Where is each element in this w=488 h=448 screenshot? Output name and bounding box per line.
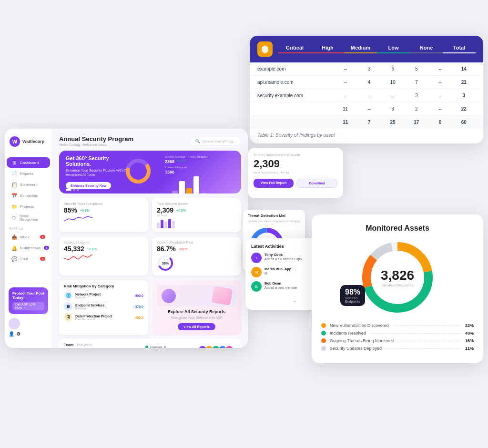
table-row-totals: 11 7 25 17 0 60 — [250, 116, 483, 129]
asset-name: api.example.com — [257, 80, 334, 85]
resolved-pct: 48% — [465, 331, 474, 336]
updates-pct: 11% — [465, 346, 474, 351]
sidebar-bottom: Protect Your Fool Today! Get ASP 10% Now… — [5, 283, 52, 340]
monitored-title: Monitored Assets — [321, 224, 474, 233]
main-content: Annual Security Program Hello Cuong, wel… — [52, 129, 248, 348]
tasks-value: 85% — [64, 206, 77, 214]
endpoint-category: Endpoint — [75, 307, 132, 310]
col-low: Low — [377, 45, 410, 53]
sidebar-item-threat-management[interactable]: 🛡 Threat Management — [7, 212, 50, 224]
severity-column-headers: Critical High Medium Low None Total — [278, 45, 476, 53]
user-avatar — [9, 318, 20, 329]
explore-subtitle: Strengthen Your Defense with ASP — [171, 316, 222, 319]
schedules-icon: 📅 — [11, 193, 17, 198]
explore-cta-button[interactable]: View All Reports — [178, 323, 215, 330]
page-title: Annual Security Program — [59, 135, 133, 143]
table-row: example.com -- 3 6 5 -- 14 — [250, 62, 483, 76]
threats-mitigated-value: 1368 — [165, 170, 236, 174]
sidebar-promo[interactable]: Protect Your Fool Today! Get ASP 10% Now… — [9, 287, 48, 314]
promo-cta[interactable]: Get ASP 10% Now → — [12, 302, 44, 310]
sidebar-section-label: Emails — [5, 224, 52, 231]
sidebar: W Wattlecorp ⊞ Dashboard 📄 Reports 📋 Sta… — [5, 129, 52, 348]
monitored-sub: Secured Endpoints — [381, 283, 414, 287]
hero-title: Get 360° Security Solutions. — [66, 155, 132, 167]
resolution-change: -0.8% — [179, 247, 187, 251]
incidents-sparkline — [64, 253, 92, 262]
sidebar-item-reports[interactable]: 📄 Reports — [7, 168, 50, 179]
threats-date: As of Jun 2024 at 11:44 PM — [254, 171, 337, 174]
endpoint-icon: 🖥 — [64, 302, 72, 311]
incidents-label: Incidents Logged — [64, 241, 143, 244]
legend-dash-line — [398, 341, 461, 341]
risk-item-endpoint: 🖥 Endpoint Services Endpoint 370.0 — [64, 302, 143, 311]
download-button[interactable]: Download — [296, 179, 337, 188]
badge-percentage: 98% — [345, 288, 360, 296]
col-total: Total — [443, 45, 476, 53]
severity-table-body: example.com -- 3 6 5 -- 14 api.example.c… — [250, 62, 483, 129]
network-category: Network — [75, 296, 132, 299]
sidebar-item-label: Inbox — [20, 235, 30, 239]
sidebar-item-inbox[interactable]: 📥 Inbox 2 — [7, 232, 50, 242]
sidebar-item-label: Dashboard — [20, 161, 39, 165]
sidebar-nav: ⊞ Dashboard 📄 Reports 📋 Statement 📅 Sche… — [5, 153, 52, 283]
resolution-gauge: 56% — [157, 255, 174, 272]
stat-tasks: Security Tasks Completed 85% +0.8% — [59, 198, 148, 232]
monitored-assets-card: Monitored Assets 3,826 Secured Endpoints… — [312, 214, 483, 363]
sidebar-item-notifications[interactable]: 🔔 Notifications 3 — [7, 243, 50, 253]
settings-icon[interactable]: ⚙ — [16, 331, 20, 336]
dashboard-card: W Wattlecorp ⊞ Dashboard 📄 Reports 📋 Sta… — [5, 129, 248, 348]
severity-table-header: Critical High Medium Low None Total — [250, 36, 483, 62]
table-row: api.example.com -- 4 10 7 -- 21 — [250, 76, 483, 89]
sidebar-item-chat[interactable]: 💬 Chat 4 — [7, 254, 50, 264]
weekly-bar-chart — [165, 176, 236, 193]
table-caption: Table 1: Severity of findings by asset — [250, 129, 483, 143]
weekly-change: +27% — [176, 159, 185, 164]
data-name: Data Protection Project — [75, 315, 132, 318]
threats-value: 2,309 — [254, 158, 337, 170]
hero-cta-button[interactable]: Enhance Security Now — [66, 182, 111, 189]
sidebar-item-projects[interactable]: 📁 Projects — [7, 201, 50, 212]
asset-name: security.example.com — [257, 93, 334, 98]
activity-name: Bob Dean — [264, 281, 297, 285]
threats-label: Threats Neutralized This Month — [254, 153, 337, 157]
risk-card: Risk Mitigation by Category 🌐 Network Pr… — [59, 280, 148, 335]
incidents-value: 45,332 — [64, 245, 84, 253]
table-row: 11 -- 9 2 -- 22 — [250, 102, 483, 116]
ongoing-label: Ongoing Threats Being Monitored — [330, 338, 394, 343]
legend-item-ongoing: Ongoing Threats Being Monitored 16% — [321, 338, 474, 343]
sidebar-item-schedules[interactable]: 📅 Schedules — [7, 190, 50, 201]
monitored-total: 3,826 — [381, 268, 414, 283]
search-box[interactable]: 🔍 Search everything... — [190, 137, 241, 146]
network-icon: 🌐 — [64, 291, 72, 300]
vulnerabilities-label: New Vulnerabilities Discovered — [330, 323, 389, 328]
updates-label: Security Updates Deployed — [330, 346, 382, 351]
secured-value: 2,309 — [157, 206, 173, 214]
inbox-badge: 2 — [40, 235, 45, 239]
explore-title: Explore All Security Reports — [168, 309, 225, 314]
promo-title: Protect Your Fool Today! — [12, 291, 44, 300]
badge-label: SecuredEndpoints — [345, 296, 360, 303]
legend-dash-line — [393, 326, 461, 326]
gauge-value: 56% — [162, 262, 169, 265]
team-avatars: +8 — [198, 344, 236, 348]
resolved-dot — [321, 331, 326, 336]
activity-name: Tony Cook — [264, 253, 305, 257]
resolved-label: Incidents Resolved — [330, 331, 366, 336]
risk-item-data: 🗄 Data Protection Project Data Protectio… — [64, 313, 143, 322]
add-user-icon[interactable]: 👤 — [9, 331, 14, 336]
chat-icon: 💬 — [11, 256, 17, 262]
resolution-value: 86.7% — [157, 245, 176, 253]
stat-secured: Total Secured Assets 2,309 +0.8% 52 Test… — [152, 198, 241, 232]
vulnerabilities-dot — [321, 323, 326, 328]
sidebar-item-dashboard[interactable]: ⊞ Dashboard — [7, 157, 50, 168]
complete-dot — [145, 346, 148, 348]
threat-icon: 🛡 — [11, 215, 17, 221]
explore-illustration — [157, 285, 236, 306]
statement-icon: 📋 — [11, 182, 17, 187]
view-full-report-button[interactable]: View Full Report — [254, 179, 294, 188]
data-value: 450.0 — [135, 316, 143, 319]
avatar-more: +8 — [225, 346, 234, 348]
table-row: security.example.com -- -- -- 3 -- 3 — [250, 89, 483, 102]
sidebar-item-statement[interactable]: 📋 Statement — [7, 179, 50, 190]
hero-text: Get 360° Security Solutions. Enhance You… — [66, 155, 132, 189]
